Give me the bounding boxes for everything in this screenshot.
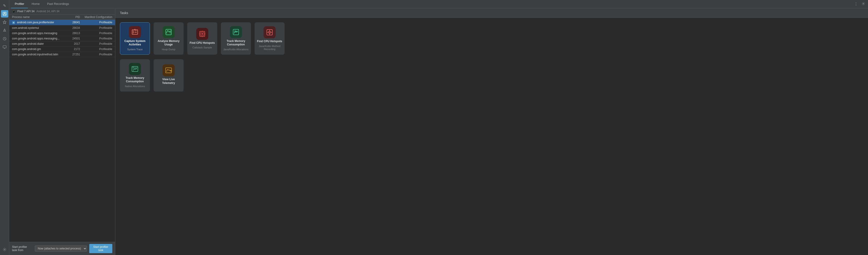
task-subtitle-capture-system: System Trace xyxy=(127,48,143,51)
svg-rect-14 xyxy=(133,32,134,33)
svg-point-10 xyxy=(863,3,864,4)
task-card-find-cpu-2[interactable]: Find CPU Hotspots Java/Kotlin Method Rec… xyxy=(255,22,285,55)
settings-icon[interactable] xyxy=(861,1,866,7)
svg-point-37 xyxy=(269,32,270,33)
process-pid: 2172 xyxy=(62,47,80,51)
right-panel: Tasks xyxy=(115,8,868,255)
task-subtitle-track-memory-native: Native Allocations xyxy=(125,85,145,88)
task-icon-view-live xyxy=(162,64,175,76)
task-icon-track-memory-native xyxy=(129,63,141,75)
svg-point-20 xyxy=(170,31,170,32)
process-name: com.google.android.dialer xyxy=(12,42,62,45)
process-row[interactable]: com.google.android.gm 2172 Profileable xyxy=(9,46,115,52)
process-pid: 24501 xyxy=(62,37,80,40)
process-name: com.google.android.apps.messaging... xyxy=(12,37,62,40)
tab-home[interactable]: Home xyxy=(28,0,43,8)
sidebar-icon-pencil[interactable]: ✎ xyxy=(1,2,8,9)
task-subtitle-analyze-memory: Heap Dump xyxy=(162,48,176,51)
task-icon-find-cpu-2 xyxy=(264,26,276,38)
svg-marker-2 xyxy=(3,21,6,24)
process-row[interactable]: com.google.android.inputmethod.latin 272… xyxy=(9,52,115,57)
task-icon-capture-system xyxy=(129,26,141,38)
process-row[interactable]: com.google.android.apps.messaging... 245… xyxy=(9,36,115,41)
svg-rect-12 xyxy=(132,30,138,34)
sidebar-icon-alerts[interactable] xyxy=(1,27,8,34)
task-card-track-memory-native[interactable]: Track Memory Consumption Native Allocati… xyxy=(120,59,150,92)
svg-point-42 xyxy=(170,70,172,71)
task-title-view-live: View Live Telemetry xyxy=(156,78,182,85)
svg-point-1 xyxy=(4,13,5,14)
task-start-dropdown[interactable]: Now (attaches to selected process)On sta… xyxy=(35,246,87,252)
process-name: com.google.android.apps.messaging xyxy=(12,32,62,35)
task-row-2: Track Memory Consumption Native Allocati… xyxy=(120,59,863,92)
col-header-pid: PID xyxy=(62,15,80,19)
tasks-header: Tasks xyxy=(115,8,868,18)
task-title-track-memory-native: Track Memory Consumption xyxy=(122,76,148,84)
svg-rect-16 xyxy=(134,32,137,33)
more-options-icon[interactable]: ⋮ xyxy=(853,1,859,7)
task-title-find-cpu: Find CPU Hotspots xyxy=(190,41,215,45)
task-card-track-memory[interactable]: Track Memory Consumption Java/Kotlin All… xyxy=(221,22,251,55)
process-pid: 28613 xyxy=(62,32,80,35)
svg-rect-17 xyxy=(134,29,135,30)
process-manifest: Profileable xyxy=(80,47,112,51)
sidebar-icon-profile[interactable] xyxy=(1,10,8,18)
body-area: 📱 Pixel 7 API 34 Android 14, API 34 Proc… xyxy=(9,8,868,255)
task-card-analyze-memory[interactable]: Analyze Memory Usage Heap Dump xyxy=(154,22,184,55)
col-header-name: Process name xyxy=(12,15,62,19)
process-name: com.google.android.inputmethod.latin xyxy=(12,53,62,56)
task-subtitle-track-memory: Java/Kotlin Allocations xyxy=(223,48,248,51)
svg-point-9 xyxy=(4,249,5,250)
task-row-1: Capture System Activities System Trace xyxy=(120,22,863,55)
svg-point-4 xyxy=(4,31,5,31)
sidebar-icon-monitor[interactable] xyxy=(1,43,8,51)
process-pid: 29034 xyxy=(62,26,80,30)
sidebar-icon-star[interactable] xyxy=(1,19,8,26)
process-name: android.com.java.profilertester xyxy=(12,21,62,24)
device-api: Android 14, API 34 xyxy=(36,10,60,13)
process-manifest: Profileable xyxy=(80,21,112,24)
process-name: com.google.android.gm xyxy=(12,47,62,51)
process-row[interactable]: com.google.android.apps.messaging 28613 … xyxy=(9,31,115,36)
device-row: 📱 Pixel 7 API 34 Android 14, API 34 xyxy=(9,8,115,14)
tab-bar-actions: ⋮ xyxy=(853,1,866,7)
task-title-track-memory: Track Memory Consumption xyxy=(223,39,249,46)
process-pid: 2017 xyxy=(62,42,80,45)
task-icon-track-memory xyxy=(230,26,242,38)
task-card-view-live[interactable]: View Live Telemetry xyxy=(154,59,184,92)
start-profiler-button[interactable]: Start profiler task xyxy=(89,244,112,253)
left-panel: 📱 Pixel 7 API 34 Android 14, API 34 Proc… xyxy=(9,8,115,255)
task-subtitle-find-cpu-2: Java/Kotlin Method Recording xyxy=(257,45,282,51)
task-card-find-cpu[interactable]: Find CPU Hotspots Callstack Sample xyxy=(187,22,217,55)
task-card-capture-system[interactable]: Capture System Activities System Trace xyxy=(120,22,150,55)
svg-point-27 xyxy=(202,33,203,35)
svg-rect-15 xyxy=(134,31,137,31)
main-content: Profiler Home Past Recordings ⋮ 📱 Pixel … xyxy=(9,0,868,255)
task-title-analyze-memory: Analyze Memory Usage xyxy=(156,39,182,46)
task-icon-find-cpu xyxy=(196,28,208,40)
process-table-header: Process name PID Manifest Configuration xyxy=(9,14,115,20)
svg-rect-28 xyxy=(233,29,239,35)
tasks-grid: Capture System Activities System Trace xyxy=(115,18,868,255)
svg-rect-13 xyxy=(133,31,134,32)
process-name: com.android.systemui xyxy=(12,26,62,30)
tab-profiler[interactable]: Profiler xyxy=(11,0,28,8)
process-manifest: Profileable xyxy=(80,26,112,30)
device-icon: 📱 xyxy=(12,10,16,13)
process-pid: 27251 xyxy=(62,53,80,56)
process-table: android.com.java.profilertester 28041 Pr… xyxy=(9,20,115,242)
sidebar-icon-time[interactable] xyxy=(1,35,8,42)
task-title-find-cpu-2: Find CPU Hotspots xyxy=(257,40,282,43)
tab-past-recordings[interactable]: Past Recordings xyxy=(43,0,73,8)
process-row[interactable]: com.android.systemui 29034 Profileable xyxy=(9,25,115,31)
sidebar-icon-settings[interactable] xyxy=(1,246,8,253)
bottom-bar: Start profiler task from Now (attaches t… xyxy=(9,242,115,255)
start-label: Start profiler task from xyxy=(12,245,32,252)
process-row[interactable]: android.com.java.profilertester 28041 Pr… xyxy=(9,20,115,25)
task-title-capture-system: Capture System Activities xyxy=(122,39,148,46)
svg-rect-6 xyxy=(3,46,6,48)
process-row[interactable]: com.google.android.dialer 2017 Profileab… xyxy=(9,41,115,46)
process-manifest: Profileable xyxy=(80,37,112,40)
device-name: Pixel 7 API 34 xyxy=(17,10,35,13)
task-subtitle-find-cpu: Callstack Sample xyxy=(192,46,212,49)
